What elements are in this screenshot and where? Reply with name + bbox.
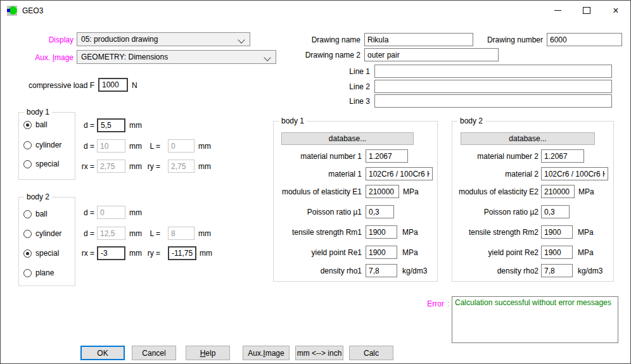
yield-re2-label: yield point Re2 xyxy=(452,248,539,257)
material-number-1-input[interactable] xyxy=(366,149,408,163)
radio-icon xyxy=(23,121,32,129)
chevron-down-icon xyxy=(238,36,245,43)
b2-d-cyl-label: d = xyxy=(75,229,94,238)
tensile-rm2-input[interactable] xyxy=(541,225,573,239)
help-button[interactable]: Help xyxy=(186,346,230,360)
tensile-rm2-label: tensile strength Rm2 xyxy=(452,228,539,237)
body2-radio-special[interactable]: special xyxy=(23,249,59,258)
error-message-box[interactable]: Calculation successful without error mes… xyxy=(452,296,618,343)
line2-input[interactable] xyxy=(374,80,612,93)
cancel-button[interactable]: Cancel xyxy=(132,346,176,360)
b2-ry-label: ry = xyxy=(137,249,160,258)
unit-label: mm xyxy=(129,121,142,130)
density-rho1-label: density rho1 xyxy=(274,267,362,275)
body2-geometry-title: body 2 xyxy=(24,192,52,202)
drawing-name-label: Drawing name xyxy=(267,35,360,44)
b1-L-input[interactable] xyxy=(168,139,194,153)
b1-rx-label: rx = xyxy=(72,162,94,171)
radio-label: cylinder xyxy=(35,141,61,149)
drawing-name2-input[interactable] xyxy=(364,48,499,61)
aux-image-button[interactable]: Aux. Image xyxy=(243,346,290,360)
body2-material-title: body 2 xyxy=(457,116,485,126)
unit-label: kg/dm3 xyxy=(578,267,602,275)
body1-database-button[interactable]: database... xyxy=(281,132,414,145)
b2-ry-input[interactable] xyxy=(168,246,196,260)
body1-material-group: body 1 xyxy=(273,121,438,282)
material-number-2-input[interactable] xyxy=(541,149,584,163)
ok-button[interactable]: OK xyxy=(80,346,125,360)
material-1-label: material 1 xyxy=(274,170,362,179)
density-rho1-input[interactable] xyxy=(366,264,397,277)
body1-radio-cylinder[interactable]: cylinder xyxy=(23,141,61,149)
display-dropdown[interactable]: 05: production drawing xyxy=(77,32,250,46)
compressive-load-label: compressive load F xyxy=(13,81,94,90)
b1-d-cyl-label: d = xyxy=(75,142,94,151)
titlebar: GEO3 × xyxy=(1,1,630,20)
b1-rx-input[interactable] xyxy=(97,160,125,173)
mm-inch-toggle-button[interactable]: mm <--> inch xyxy=(295,346,343,360)
unit-label: kg/dm3 xyxy=(402,267,427,275)
b1-ry-label: ry = xyxy=(137,162,160,171)
material-2-label: material 2 xyxy=(452,170,539,179)
window-title: GEO3 xyxy=(22,6,43,15)
aux-image-dropdown-value: GEOMETRY: Dimensions xyxy=(81,53,168,61)
display-dropdown-value: 05: production drawing xyxy=(81,35,158,44)
radio-label: ball xyxy=(35,120,48,129)
body1-radio-special[interactable]: special xyxy=(23,160,59,168)
close-button[interactable]: × xyxy=(601,1,630,20)
calc-button[interactable]: Calc xyxy=(349,346,393,360)
density-rho2-label: density rho2 xyxy=(452,267,539,275)
body1-radio-ball[interactable]: ball xyxy=(23,120,48,129)
modulus-e2-input[interactable] xyxy=(541,185,575,198)
body1-material-title: body 1 xyxy=(279,116,307,126)
poisson-2-label: Poisson ratio µ2 xyxy=(452,208,539,217)
body2-radio-ball[interactable]: ball xyxy=(23,210,48,218)
unit-label: mm xyxy=(129,229,142,238)
aux-image-dropdown[interactable]: GEOMETRY: Dimensions xyxy=(77,50,276,64)
b1-ry-input[interactable] xyxy=(168,160,194,173)
b2-d-ball-input[interactable] xyxy=(97,206,125,219)
modulus-e1-input[interactable] xyxy=(366,185,399,198)
unit-label: mm xyxy=(200,249,212,258)
tensile-rm1-input[interactable] xyxy=(366,225,397,239)
error-label: Error xyxy=(406,299,444,308)
unit-label: MPa xyxy=(578,187,594,196)
line3-label: Line 3 xyxy=(305,97,370,106)
yield-re2-input[interactable] xyxy=(541,246,573,259)
b2-rx-label: rx = xyxy=(72,249,94,258)
modulus-e1-label: modulus of elasticity E1 xyxy=(274,187,362,196)
tensile-rm1-label: tensile strength Rm1 xyxy=(274,228,362,237)
radio-label: special xyxy=(35,249,59,258)
compressive-load-input[interactable] xyxy=(98,78,128,92)
poisson-1-label: Poisson ratio µ1 xyxy=(274,208,362,217)
b2-L-input[interactable] xyxy=(168,227,194,240)
unit-label: MPa xyxy=(402,228,418,237)
radio-icon xyxy=(23,160,32,168)
b1-d-ball-input[interactable] xyxy=(97,118,125,132)
unit-label: mm xyxy=(198,162,211,171)
body2-radio-plane[interactable]: plane xyxy=(23,268,54,277)
line3-input[interactable] xyxy=(374,94,612,108)
b2-rx-input[interactable] xyxy=(97,246,125,260)
line1-input[interactable] xyxy=(374,65,612,78)
poisson-2-input[interactable] xyxy=(541,205,570,218)
drawing-number-input[interactable] xyxy=(547,33,622,46)
b2-d-cyl-input[interactable] xyxy=(97,227,125,240)
yield-re1-input[interactable] xyxy=(366,246,397,259)
material-2-input[interactable] xyxy=(541,167,608,180)
body2-geometry-group: body 2 ball cylinder special plane xyxy=(18,197,75,286)
maximize-button[interactable] xyxy=(572,1,601,20)
b1-d-cyl-input[interactable] xyxy=(97,139,125,153)
minimize-button[interactable] xyxy=(543,1,572,20)
drawing-name2-label: Drawing name 2 xyxy=(267,51,360,60)
yield-re1-label: yield point Re1 xyxy=(274,248,362,257)
poisson-1-input[interactable] xyxy=(366,205,394,218)
material-number-1-label: material number 1 xyxy=(274,152,362,161)
body2-database-button[interactable]: database... xyxy=(461,132,595,145)
line1-label: Line 1 xyxy=(305,67,370,76)
maximize-icon xyxy=(583,7,590,14)
body2-radio-cylinder[interactable]: cylinder xyxy=(23,229,61,238)
density-rho2-input[interactable] xyxy=(541,264,573,277)
material-1-input[interactable] xyxy=(366,167,433,180)
error-colon: : xyxy=(447,299,449,308)
